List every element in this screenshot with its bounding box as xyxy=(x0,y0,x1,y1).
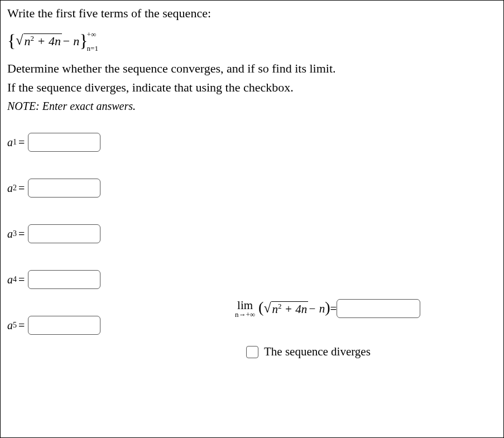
left-paren: ( xyxy=(258,299,263,316)
limit-equals: = xyxy=(330,302,337,316)
equals: = xyxy=(18,273,25,286)
right-side: lim n→+∞ ( √ n2 + 4n − n ) = The sequenc… xyxy=(235,299,492,359)
sqrt-expression: √ n2 + 4n xyxy=(16,33,62,49)
var-a: a xyxy=(7,228,13,240)
note-text: Enter exact answers. xyxy=(42,100,136,112)
equals: = xyxy=(18,136,25,149)
equals: = xyxy=(18,228,25,240)
var-a: a xyxy=(7,273,13,286)
limit-row: lim n→+∞ ( √ n2 + 4n − n ) = xyxy=(235,299,492,318)
a4-input[interactable] xyxy=(28,270,100,289)
a1-input[interactable] xyxy=(28,133,100,152)
right-paren: ) xyxy=(325,299,330,316)
lim-sub: n→+∞ xyxy=(235,311,255,318)
answer-row-a1: a1 = xyxy=(7,133,497,152)
sub-5: 5 xyxy=(13,321,17,330)
radical-sign: √ xyxy=(16,33,23,48)
instructions-line2: If the sequence diverges, indicate that … xyxy=(7,79,497,96)
sequence-formula: { √ n2 + 4n − n } +∞ n=1 xyxy=(7,31,497,51)
sub-2: 2 xyxy=(13,184,17,192)
var-a: a xyxy=(7,319,13,332)
diverge-row: The sequence diverges xyxy=(246,345,492,359)
instructions-line1: Determine whether the sequence converges… xyxy=(7,60,497,77)
limit-radicand: n2 + 4n xyxy=(271,301,309,316)
answer-row-a4: a4 = xyxy=(7,270,497,289)
answer-row-a2: a2 = xyxy=(7,179,497,198)
left-brace: { xyxy=(7,31,16,51)
lower-bound: n=1 xyxy=(87,45,98,52)
limit-input[interactable] xyxy=(337,299,420,318)
lim-radicand-rest: + 4n xyxy=(282,302,308,316)
minus-n: − n xyxy=(62,34,79,49)
note: NOTE: Enter exact answers. xyxy=(7,100,497,113)
radical-sign: √ xyxy=(263,301,271,316)
a2-input[interactable] xyxy=(28,179,100,198)
note-label: NOTE: xyxy=(7,100,42,112)
sub-3: 3 xyxy=(13,229,17,238)
lim-radicand-n: n xyxy=(272,302,279,316)
var-a: a xyxy=(7,182,13,195)
limit-sqrt: √ n2 + 4n xyxy=(263,301,308,316)
sub-1: 1 xyxy=(13,138,17,147)
lim-block: lim n→+∞ xyxy=(235,300,255,318)
lim-minus-n: − n xyxy=(308,302,325,316)
sub-4: 4 xyxy=(13,275,17,284)
sequence-bounds: +∞ n=1 xyxy=(87,34,98,49)
lim-text: lim xyxy=(237,300,253,311)
upper-bound: +∞ xyxy=(87,31,98,38)
radicand-n: n xyxy=(25,34,31,48)
a3-input[interactable] xyxy=(28,224,100,243)
diverge-checkbox[interactable] xyxy=(246,346,258,358)
diverge-label: The sequence diverges xyxy=(264,345,371,359)
question-container: Write the first five terms of the sequen… xyxy=(0,0,504,438)
answer-row-a3: a3 = xyxy=(7,224,497,243)
prompt-text: Write the first five terms of the sequen… xyxy=(7,6,497,21)
a5-input[interactable] xyxy=(28,316,100,335)
var-a: a xyxy=(7,136,13,149)
radicand: n2 + 4n xyxy=(23,33,62,49)
equals: = xyxy=(18,182,25,195)
radicand-rest: + 4n xyxy=(34,34,61,48)
equals: = xyxy=(18,319,25,332)
